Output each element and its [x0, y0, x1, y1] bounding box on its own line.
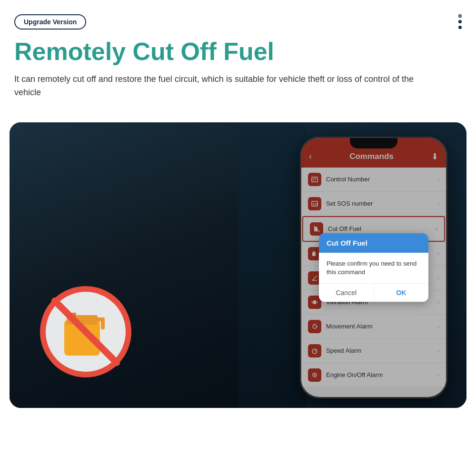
cancel-button[interactable]: Cancel — [319, 284, 374, 302]
upgrade-badge[interactable]: Upgrade Version — [14, 14, 86, 30]
page-title: Remotely Cut Off Fuel — [14, 38, 462, 65]
feature-image-section: ‹ Commands ⬇ Control Number › — [10, 122, 466, 408]
dot-filled-1 — [458, 20, 462, 23]
confirm-dialog: Cut Off Fuel Please confirm you need to … — [319, 233, 428, 302]
dialog-title: Cut Off Fuel — [319, 233, 428, 253]
dot-filled-2 — [458, 26, 462, 29]
ok-button[interactable]: OK — [374, 284, 429, 302]
dot-empty — [458, 14, 462, 18]
phone-screen: ‹ Commands ⬇ Control Number › — [301, 138, 446, 397]
title-part1: Remotely — [14, 38, 133, 65]
dialog-buttons: Cancel OK — [319, 283, 428, 302]
title-part2: Cut Off Fuel — [133, 38, 275, 65]
no-fuel-sign — [38, 284, 133, 379]
dialog-overlay: Cut Off Fuel Please confirm you need to … — [301, 138, 446, 397]
three-dots-menu[interactable] — [458, 14, 462, 29]
top-section: Upgrade Version Remotely Cut Off Fuel It… — [0, 0, 476, 122]
subtitle-text: It can remotely cut off and restore the … — [14, 73, 428, 99]
phone-mockup: ‹ Commands ⬇ Control Number › — [300, 137, 447, 398]
dialog-body: Please confirm you need to send this com… — [319, 253, 428, 283]
phone-frame: ‹ Commands ⬇ Control Number › — [300, 137, 447, 398]
svg-rect-4 — [101, 317, 105, 329]
